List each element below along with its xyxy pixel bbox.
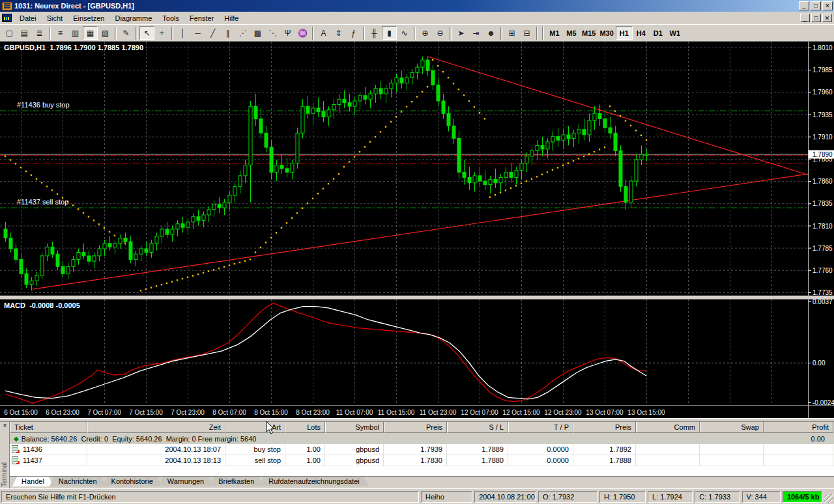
expert-advisors-icon: ☻ <box>487 29 495 37</box>
fibo-retracement-button[interactable]: ⋰ <box>235 26 250 40</box>
chart-properties-button[interactable]: ▧ <box>98 26 113 40</box>
close-button[interactable]: ✕ <box>822 1 833 10</box>
tab-rufdatenaufzeichnungsdatei[interactable]: Rufdatenaufzeichnungsdatei <box>259 477 368 486</box>
data-window-button[interactable]: ▥ <box>68 26 83 40</box>
period-H4-button[interactable]: H4 <box>633 26 650 40</box>
fibo-grid-button[interactable]: ▩ <box>250 26 265 40</box>
resize-grip[interactable] <box>824 494 833 503</box>
new-chart-button[interactable]: ▢ <box>2 26 17 40</box>
svg-text:12 Oct 07:00: 12 Oct 07:00 <box>461 409 498 416</box>
order-cell-Symbol: gbpusd <box>325 444 384 455</box>
equidistant-channel-button[interactable]: ∥ <box>220 26 235 40</box>
chart-shift-button[interactable]: ⇥ <box>468 26 483 40</box>
vertical-line-button[interactable]: │ <box>175 26 190 40</box>
vertical-line-icon: │ <box>180 29 186 37</box>
open-profile-button[interactable]: ▤ <box>17 26 32 40</box>
menu-tools[interactable]: Tools <box>157 13 184 23</box>
column-header-Art[interactable]: Art <box>225 422 285 433</box>
svg-text:1.7985: 1.7985 <box>812 66 833 74</box>
bar-chart-button[interactable]: ╫ <box>367 26 382 40</box>
terminal-tabs: HandelNachrichtenKontohistorieWarnungenB… <box>10 476 834 488</box>
child-restore-button[interactable]: □ <box>811 14 821 22</box>
print-icon: ≣ <box>36 29 42 37</box>
print-button[interactable]: ≣ <box>32 26 47 40</box>
order-row[interactable]: 114362004.10.13 18:07buy stop1.00gbpusd1… <box>10 444 834 455</box>
menu-datei[interactable]: Datei <box>14 13 42 23</box>
child-minimize-button[interactable]: _ <box>800 14 810 22</box>
column-header-SL[interactable]: S / L <box>447 422 508 433</box>
period-W1-button[interactable]: W1 <box>667 26 683 40</box>
terminal-close-icon[interactable]: × <box>1 423 8 430</box>
order-row[interactable]: 114372004.10.13 18:13sell stop1.00gbpusd… <box>10 455 834 466</box>
candlestick-chart-icon: ▮ <box>387 29 392 37</box>
tab-warnungen[interactable]: Warnungen <box>158 477 213 486</box>
terminal-side-strip: × Terminal <box>0 422 10 488</box>
menu-diagramme[interactable]: Diagramme <box>109 13 157 23</box>
column-header-Lots[interactable]: Lots <box>285 422 325 433</box>
metaeditor-button[interactable]: ✎ <box>119 26 134 40</box>
crosshair-tool-button[interactable]: + <box>154 26 169 40</box>
menu-sicht[interactable]: Sicht <box>42 13 68 23</box>
line-chart-button[interactable]: ∿ <box>397 26 412 40</box>
menu-hilfe[interactable]: Hilfe <box>219 13 244 23</box>
period-M1-button[interactable]: M1 <box>546 26 563 40</box>
maximize-button[interactable]: □ <box>811 1 821 10</box>
horizontal-line-icon: ─ <box>195 29 201 37</box>
column-header-Comm[interactable]: Comm <box>636 422 700 433</box>
arrow-marks-button[interactable]: ⇕ <box>331 26 346 40</box>
column-header-Symbol[interactable]: Symbol <box>325 422 384 433</box>
status-bar-high: H: 1.7950 <box>599 491 646 503</box>
svg-text:0.0037: 0.0037 <box>812 298 833 305</box>
tab-nachrichten[interactable]: Nachrichten <box>50 477 106 486</box>
trendline-button[interactable]: ╱ <box>205 26 220 40</box>
zoom-in-icon: ⊕ <box>422 29 428 37</box>
andrews-pitchfork-button[interactable]: Ψ <box>280 26 295 40</box>
app-icon[interactable] <box>2 2 12 10</box>
expert-advisors-button[interactable]: ☻ <box>483 26 498 40</box>
period-M15-button[interactable]: M15 <box>580 26 597 40</box>
cycle-lines-button[interactable]: ♒ <box>295 26 310 40</box>
period-M5-button[interactable]: M5 <box>563 26 580 40</box>
zoom-out-button[interactable]: ⊖ <box>433 26 448 40</box>
candlestick-chart-button[interactable]: ▮ <box>382 26 397 40</box>
minimize-button[interactable]: _ <box>799 1 809 10</box>
cursor-tool-button[interactable]: ↖ <box>139 26 154 40</box>
menu-fenster[interactable]: Fenster <box>184 13 219 23</box>
column-header-TP[interactable]: T / P <box>508 422 573 433</box>
tile-windows-button[interactable]: ⊟ <box>519 26 534 40</box>
pending-order-icon <box>12 445 20 453</box>
new-window-button[interactable]: ⊞ <box>504 26 519 40</box>
column-header-Zeit[interactable]: Zeit <box>87 422 225 433</box>
svg-text:12 Oct 15:00: 12 Oct 15:00 <box>502 409 540 416</box>
menu-einsetzen[interactable]: Einsetzen <box>68 13 109 23</box>
column-header-Preis[interactable]: Preis <box>384 422 447 433</box>
order-cell-Profit <box>764 455 833 466</box>
terminal-panel-button[interactable]: ▦ <box>83 26 98 40</box>
fibo-fan-button[interactable]: ⋱ <box>265 26 280 40</box>
auto-scroll-icon: ➤ <box>457 29 464 37</box>
chart-window-icon[interactable] <box>2 14 12 22</box>
zoom-in-button[interactable]: ⊕ <box>418 26 433 40</box>
auto-scroll-button[interactable]: ➤ <box>453 26 468 40</box>
period-D1-button[interactable]: D1 <box>650 26 667 40</box>
market-watch-button[interactable]: ≡ <box>53 26 68 40</box>
period-H1-button[interactable]: H1 <box>616 26 633 40</box>
column-header-Swap[interactable]: Swap <box>700 422 764 433</box>
svg-text:11 Oct 07:00: 11 Oct 07:00 <box>336 409 373 416</box>
balance-diamond-icon: ◆ <box>14 435 19 442</box>
column-header-Preis[interactable]: Preis <box>573 422 636 433</box>
column-header-Profit[interactable]: Profit <box>764 422 833 433</box>
pending-order-icon <box>12 456 20 464</box>
horizontal-line-button[interactable]: ─ <box>190 26 205 40</box>
tab-handel[interactable]: Handel <box>12 477 53 486</box>
period-M30-button[interactable]: M30 <box>597 26 615 40</box>
tab-briefkasten[interactable]: Briefkasten <box>209 477 263 486</box>
chart-area[interactable]: 1.80101.79851.79601.79351.79101.78851.78… <box>0 42 834 418</box>
tab-kontohistorie[interactable]: Kontohistorie <box>102 477 162 486</box>
price-chart-canvas[interactable]: 1.80101.79851.79601.79351.79101.78851.78… <box>0 42 834 418</box>
indicators-list-button[interactable]: ƒ <box>346 26 361 40</box>
text-label-button[interactable]: A <box>316 26 331 40</box>
column-header-Ticket[interactable]: Ticket <box>10 422 87 433</box>
order-cell-TP: 0.0000 <box>508 455 573 466</box>
child-close-button[interactable]: ✕ <box>822 14 832 22</box>
